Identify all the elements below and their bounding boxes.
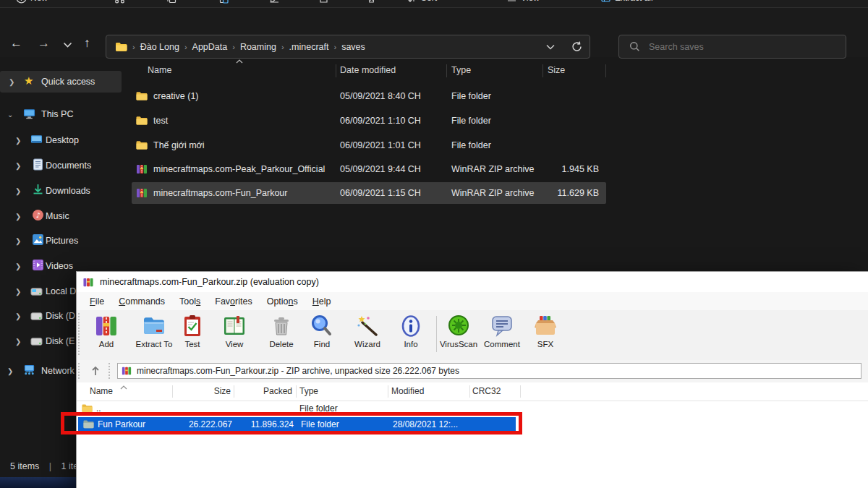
- sidebar-item-quick-access[interactable]: ❯ ★ Quick access: [0, 71, 122, 93]
- find-icon: [310, 314, 334, 338]
- column-divider[interactable]: [446, 64, 447, 77]
- breadcrumb-segment[interactable]: Đào Long: [140, 42, 179, 52]
- column-divider[interactable]: [469, 385, 470, 398]
- file-row[interactable]: test 06/09/2021 1:10 CH File folder: [132, 110, 606, 132]
- breadcrumb-segment[interactable]: .minecraft: [289, 42, 329, 52]
- add-button[interactable]: Add: [82, 314, 130, 357]
- address-dropdown-chevron-icon[interactable]: [546, 44, 555, 50]
- breadcrumb-segment[interactable]: saves: [341, 42, 365, 52]
- breadcrumb-separator: ›: [184, 43, 187, 51]
- column-header-type[interactable]: Type: [451, 65, 471, 75]
- menu-commands[interactable]: Commands: [111, 295, 172, 308]
- file-row[interactable]: Thế giới mới 06/09/2021 1:01 CH File fol…: [132, 134, 606, 156]
- file-row[interactable]: minecraftmaps.com-Peak_Parkour_Official …: [132, 158, 606, 180]
- chevron-right-icon[interactable]: ❯: [15, 312, 21, 320]
- comment-button[interactable]: Comment: [478, 314, 526, 357]
- menu-options[interactable]: Options: [260, 295, 305, 308]
- column-divider[interactable]: [234, 385, 234, 398]
- up-button[interactable]: ↑: [84, 37, 90, 49]
- column-divider[interactable]: [172, 385, 173, 398]
- column-header-name[interactable]: Name: [148, 65, 171, 75]
- desktop-icon: [30, 134, 43, 146]
- column-divider[interactable]: [388, 385, 388, 398]
- sort-button[interactable]: Sort: [407, 0, 437, 7]
- sidebar-item-label: Quick access: [41, 77, 95, 87]
- view-button-winrar[interactable]: View: [210, 314, 258, 357]
- column-header-packed[interactable]: Packed: [236, 382, 292, 401]
- column-header-date[interactable]: Date modified: [340, 65, 396, 75]
- menu-file[interactable]: File: [82, 295, 111, 308]
- chevron-right-icon[interactable]: ❯: [15, 213, 21, 221]
- column-divider[interactable]: [605, 64, 606, 77]
- chevron-right-icon[interactable]: ❯: [15, 162, 21, 170]
- chevron-right-icon[interactable]: ❯: [15, 338, 21, 346]
- winrar-title-bar[interactable]: minecraftmaps.com-Fun_Parkour.zip (evalu…: [77, 272, 868, 292]
- rename-button[interactable]: [269, 0, 280, 7]
- sidebar-item-desktop[interactable]: ❯ Desktop: [0, 129, 122, 151]
- find-button[interactable]: Find: [298, 314, 346, 357]
- column-header-size[interactable]: Size: [548, 65, 565, 75]
- search-icon: [629, 41, 640, 52]
- chevron-right-icon[interactable]: ❯: [15, 288, 21, 296]
- sidebar-item-pictures[interactable]: ❯ Pictures: [0, 230, 122, 252]
- search-box[interactable]: [618, 35, 846, 59]
- up-one-level-icon[interactable]: [90, 365, 101, 377]
- test-button[interactable]: Test: [169, 314, 216, 357]
- view-button[interactable]: View: [506, 0, 540, 7]
- sidebar-item-documents[interactable]: ❯ Documents: [0, 155, 122, 176]
- sidebar-item-music[interactable]: ❯ ♪ Music: [0, 205, 122, 227]
- column-divider[interactable]: [542, 64, 543, 77]
- menu-help[interactable]: Help: [305, 295, 339, 308]
- chevron-down-icon[interactable]: ⌄: [7, 111, 13, 119]
- sidebar-item-this-pc[interactable]: ⌄ This PC: [0, 103, 122, 125]
- toolbar-grip[interactable]: [78, 313, 82, 355]
- column-header-name[interactable]: Name: [90, 382, 113, 401]
- chevron-right-icon[interactable]: ❯: [15, 187, 21, 195]
- test-archive-icon: [180, 314, 205, 338]
- file-date: 06/09/2021 1:15 CH: [340, 182, 421, 204]
- column-divider[interactable]: [520, 385, 521, 398]
- delete-button[interactable]: [366, 0, 377, 7]
- breadcrumb-segment[interactable]: AppData: [192, 42, 228, 52]
- file-row-selected[interactable]: minecraftmaps.com-Fun_Parkour 06/09/2021…: [132, 182, 606, 204]
- column-header-crc32[interactable]: CRC32: [472, 382, 501, 401]
- chevron-right-icon[interactable]: ❯: [15, 137, 21, 145]
- column-header-size[interactable]: Size: [163, 382, 231, 401]
- address-bar[interactable]: › Đào Long › AppData › Roaming › .minecr…: [106, 35, 590, 59]
- column-header-modified[interactable]: Modified: [391, 382, 424, 401]
- address-grip[interactable]: [78, 363, 82, 379]
- breadcrumb-segment[interactable]: Roaming: [240, 42, 276, 52]
- share-button[interactable]: [318, 0, 329, 7]
- refresh-icon[interactable]: [571, 40, 583, 53]
- file-list-header: Name Date modified Type Size: [132, 62, 624, 80]
- extract-all-button[interactable]: Extract all: [600, 0, 653, 7]
- archive-row-up[interactable]: .. File folder: [77, 401, 597, 416]
- address-grip[interactable]: [109, 363, 112, 379]
- column-divider[interactable]: [296, 385, 297, 398]
- column-divider[interactable]: [336, 64, 336, 77]
- menu-favorites[interactable]: Favorites: [208, 295, 259, 308]
- delete-icon: [366, 0, 377, 4]
- paste-button[interactable]: [218, 0, 229, 7]
- chevron-right-icon[interactable]: ❯: [9, 78, 14, 86]
- archive-path-field[interactable]: minecraftmaps.com-Fun_Parkour.zip - ZIP …: [117, 363, 861, 379]
- chevron-right-icon[interactable]: ❯: [15, 237, 21, 245]
- sidebar-item-downloads[interactable]: ❯ Downloads: [0, 180, 122, 202]
- chevron-right-icon[interactable]: ❯: [7, 367, 13, 375]
- back-button[interactable]: ←: [10, 37, 22, 49]
- copy-button[interactable]: [166, 0, 177, 7]
- search-input[interactable]: [647, 41, 824, 53]
- recent-locations-chevron-icon[interactable]: [63, 42, 72, 48]
- archive-row-selected[interactable]: Fun Parkour 26.222.067 11.896.324 File f…: [78, 417, 516, 432]
- column-header-type[interactable]: Type: [299, 382, 318, 401]
- menu-tools[interactable]: Tools: [172, 295, 208, 308]
- cut-button[interactable]: [114, 0, 125, 7]
- sfx-button[interactable]: SFX: [522, 314, 569, 357]
- wizard-button[interactable]: Wizard: [344, 314, 391, 357]
- virusscan-button[interactable]: VirusScan: [435, 314, 482, 357]
- file-row[interactable]: creative (1) 05/09/2021 8:40 CH File fol…: [132, 85, 606, 107]
- chevron-right-icon[interactable]: ❯: [15, 262, 21, 270]
- forward-button[interactable]: →: [38, 37, 50, 49]
- new-button[interactable]: New: [16, 0, 48, 7]
- info-button[interactable]: Info: [387, 314, 435, 357]
